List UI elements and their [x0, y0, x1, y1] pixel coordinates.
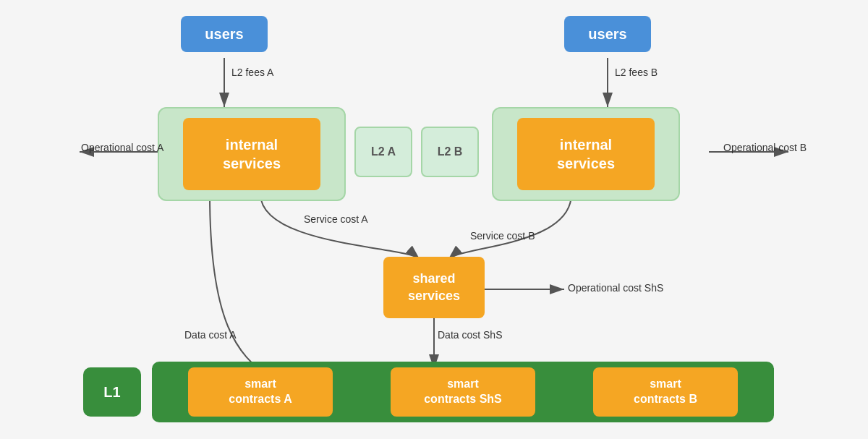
architecture-diagram: users users L2 fees A L2 fees B internal…: [0, 0, 868, 439]
internal-services-a-label: internal services: [223, 135, 281, 173]
l2-b-box: L2 B: [421, 127, 479, 177]
smart-contracts-shs-box: smart contracts ShS: [391, 367, 535, 417]
internal-services-b-label: internal services: [557, 135, 615, 173]
l1-container: smart contracts A smart contracts ShS sm…: [152, 362, 774, 422]
l2-fees-a-label: L2 fees A: [231, 67, 273, 78]
l2-a-box: L2 A: [354, 127, 412, 177]
users-b-label: users: [588, 26, 626, 43]
smart-contracts-a-box: smart contracts A: [188, 367, 333, 417]
l1-box: L1: [83, 367, 141, 417]
internal-services-a-box: internal services: [183, 118, 320, 190]
users-a-box: users: [181, 16, 268, 52]
service-cost-b-label: Service cost B: [470, 230, 535, 242]
smart-contracts-b-label: smart contracts B: [634, 377, 697, 407]
smart-contracts-a-label: smart contracts A: [229, 377, 292, 407]
operational-cost-b-label: Operational cost B: [723, 142, 807, 153]
l1-label: L1: [103, 384, 120, 401]
l2-fees-b-label: L2 fees B: [615, 67, 658, 78]
green-container-b: internal services: [492, 107, 680, 201]
users-a-label: users: [205, 26, 243, 43]
data-cost-a-label: Data cost A: [184, 329, 237, 341]
operational-cost-a-label: Operational cost A: [81, 142, 163, 153]
smart-contracts-shs-label: smart contracts ShS: [424, 377, 502, 407]
smart-contracts-b-box: smart contracts B: [593, 367, 738, 417]
green-container-a: internal services: [158, 107, 346, 201]
shared-services-label: shared services: [408, 270, 460, 304]
operational-cost-shs-label: Operational cost ShS: [568, 282, 663, 294]
service-cost-a-label: Service cost A: [304, 213, 368, 225]
l2-a-label: L2 A: [371, 145, 396, 158]
internal-services-b-box: internal services: [517, 118, 655, 190]
data-cost-shs-label: Data cost ShS: [438, 329, 503, 341]
l2-b-label: L2 B: [438, 145, 463, 158]
shared-services-box: shared services: [383, 257, 485, 318]
users-b-box: users: [564, 16, 651, 52]
